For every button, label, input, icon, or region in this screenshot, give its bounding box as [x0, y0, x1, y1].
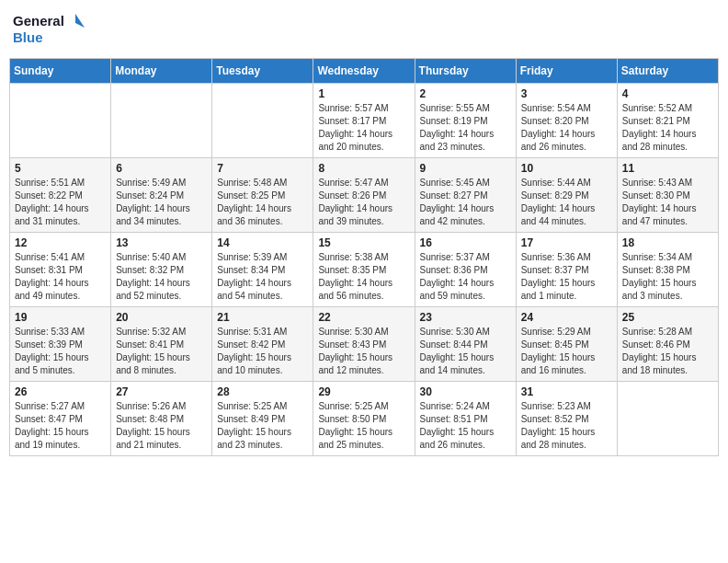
calendar-cell: 12Sunrise: 5:41 AM Sunset: 8:31 PM Dayli… [10, 233, 111, 307]
logo-svg: General Blue [13, 9, 86, 51]
calendar-cell: 30Sunrise: 5:24 AM Sunset: 8:51 PM Dayli… [415, 382, 516, 456]
calendar-cell: 10Sunrise: 5:44 AM Sunset: 8:29 PM Dayli… [516, 158, 617, 233]
calendar-cell: 5Sunrise: 5:51 AM Sunset: 8:22 PM Daylig… [10, 158, 111, 233]
day-number: 6 [116, 162, 207, 175]
weekday-header-friday: Friday [516, 59, 617, 84]
day-info: Sunrise: 5:48 AM Sunset: 8:25 PM Dayligh… [217, 177, 308, 228]
day-number: 19 [15, 311, 106, 324]
day-info: Sunrise: 5:44 AM Sunset: 8:29 PM Dayligh… [521, 177, 612, 228]
day-number: 12 [15, 236, 106, 249]
day-info: Sunrise: 5:36 AM Sunset: 8:37 PM Dayligh… [521, 251, 612, 303]
day-number: 11 [622, 162, 713, 175]
svg-text:Blue: Blue [13, 29, 43, 45]
day-number: 3 [521, 87, 612, 100]
day-number: 1 [318, 87, 409, 100]
day-number: 28 [217, 385, 308, 398]
day-info: Sunrise: 5:33 AM Sunset: 8:39 PM Dayligh… [15, 326, 106, 377]
day-info: Sunrise: 5:24 AM Sunset: 8:51 PM Dayligh… [420, 400, 511, 452]
weekday-header-monday: Monday [111, 59, 212, 84]
calendar-cell: 7Sunrise: 5:48 AM Sunset: 8:25 PM Daylig… [212, 158, 313, 233]
day-info: Sunrise: 5:25 AM Sunset: 8:49 PM Dayligh… [217, 400, 308, 452]
calendar-cell: 24Sunrise: 5:29 AM Sunset: 8:45 PM Dayli… [516, 307, 617, 382]
calendar-week-row: 1Sunrise: 5:57 AM Sunset: 8:17 PM Daylig… [10, 84, 719, 158]
calendar-cell: 9Sunrise: 5:45 AM Sunset: 8:27 PM Daylig… [415, 158, 516, 233]
day-number: 15 [318, 236, 409, 249]
calendar-cell [617, 382, 718, 456]
day-info: Sunrise: 5:23 AM Sunset: 8:52 PM Dayligh… [521, 400, 612, 452]
calendar-cell: 17Sunrise: 5:36 AM Sunset: 8:37 PM Dayli… [516, 233, 617, 307]
day-number: 8 [318, 162, 409, 175]
day-number: 2 [420, 87, 511, 100]
calendar-cell: 6Sunrise: 5:49 AM Sunset: 8:24 PM Daylig… [111, 158, 212, 233]
calendar-week-row: 19Sunrise: 5:33 AM Sunset: 8:39 PM Dayli… [10, 307, 719, 382]
day-info: Sunrise: 5:51 AM Sunset: 8:22 PM Dayligh… [15, 177, 106, 228]
day-number: 29 [318, 385, 409, 398]
calendar-cell: 20Sunrise: 5:32 AM Sunset: 8:41 PM Dayli… [111, 307, 212, 382]
svg-text:General: General [13, 13, 64, 29]
day-info: Sunrise: 5:49 AM Sunset: 8:24 PM Dayligh… [116, 177, 207, 228]
weekday-header-row: SundayMondayTuesdayWednesdayThursdayFrid… [10, 59, 719, 84]
weekday-header-wednesday: Wednesday [313, 59, 415, 84]
calendar-cell: 27Sunrise: 5:26 AM Sunset: 8:48 PM Dayli… [111, 382, 212, 456]
day-info: Sunrise: 5:26 AM Sunset: 8:48 PM Dayligh… [116, 400, 207, 452]
day-info: Sunrise: 5:29 AM Sunset: 8:45 PM Dayligh… [521, 326, 612, 377]
day-info: Sunrise: 5:25 AM Sunset: 8:50 PM Dayligh… [318, 400, 409, 452]
calendar-week-row: 26Sunrise: 5:27 AM Sunset: 8:47 PM Dayli… [10, 382, 719, 456]
weekday-header-tuesday: Tuesday [212, 59, 313, 84]
calendar-cell: 2Sunrise: 5:55 AM Sunset: 8:19 PM Daylig… [415, 84, 516, 158]
day-number: 24 [521, 311, 612, 324]
calendar-cell [111, 84, 212, 158]
calendar-cell: 1Sunrise: 5:57 AM Sunset: 8:17 PM Daylig… [313, 84, 415, 158]
day-number: 16 [420, 236, 511, 249]
day-info: Sunrise: 5:37 AM Sunset: 8:36 PM Dayligh… [420, 251, 511, 303]
day-number: 27 [116, 385, 207, 398]
day-number: 30 [420, 385, 511, 398]
day-number: 14 [217, 236, 308, 249]
day-number: 25 [622, 311, 713, 324]
day-number: 4 [622, 87, 713, 100]
weekday-header-sunday: Sunday [10, 59, 111, 84]
day-number: 23 [420, 311, 511, 324]
calendar-cell: 18Sunrise: 5:34 AM Sunset: 8:38 PM Dayli… [617, 233, 718, 307]
calendar-cell [10, 84, 111, 158]
day-info: Sunrise: 5:30 AM Sunset: 8:44 PM Dayligh… [420, 326, 511, 377]
logo: General Blue [13, 9, 86, 51]
day-number: 7 [217, 162, 308, 175]
day-info: Sunrise: 5:32 AM Sunset: 8:41 PM Dayligh… [116, 326, 207, 377]
day-number: 21 [217, 311, 308, 324]
day-info: Sunrise: 5:30 AM Sunset: 8:43 PM Dayligh… [318, 326, 409, 377]
calendar-cell: 23Sunrise: 5:30 AM Sunset: 8:44 PM Dayli… [415, 307, 516, 382]
calendar-week-row: 5Sunrise: 5:51 AM Sunset: 8:22 PM Daylig… [10, 158, 719, 233]
calendar-cell: 28Sunrise: 5:25 AM Sunset: 8:49 PM Dayli… [212, 382, 313, 456]
calendar-cell: 22Sunrise: 5:30 AM Sunset: 8:43 PM Dayli… [313, 307, 415, 382]
day-info: Sunrise: 5:27 AM Sunset: 8:47 PM Dayligh… [15, 400, 106, 452]
calendar-cell: 26Sunrise: 5:27 AM Sunset: 8:47 PM Dayli… [10, 382, 111, 456]
day-info: Sunrise: 5:54 AM Sunset: 8:20 PM Dayligh… [521, 102, 612, 154]
calendar-cell: 15Sunrise: 5:38 AM Sunset: 8:35 PM Dayli… [313, 233, 415, 307]
day-info: Sunrise: 5:28 AM Sunset: 8:46 PM Dayligh… [622, 326, 713, 377]
day-info: Sunrise: 5:40 AM Sunset: 8:32 PM Dayligh… [116, 251, 207, 303]
day-info: Sunrise: 5:47 AM Sunset: 8:26 PM Dayligh… [318, 177, 409, 228]
calendar-week-row: 12Sunrise: 5:41 AM Sunset: 8:31 PM Dayli… [10, 233, 719, 307]
calendar-cell: 8Sunrise: 5:47 AM Sunset: 8:26 PM Daylig… [313, 158, 415, 233]
calendar-cell: 21Sunrise: 5:31 AM Sunset: 8:42 PM Dayli… [212, 307, 313, 382]
day-number: 22 [318, 311, 409, 324]
day-info: Sunrise: 5:41 AM Sunset: 8:31 PM Dayligh… [15, 251, 106, 303]
calendar-cell: 13Sunrise: 5:40 AM Sunset: 8:32 PM Dayli… [111, 233, 212, 307]
day-info: Sunrise: 5:52 AM Sunset: 8:21 PM Dayligh… [622, 102, 713, 154]
day-info: Sunrise: 5:43 AM Sunset: 8:30 PM Dayligh… [622, 177, 713, 228]
calendar-table: SundayMondayTuesdayWednesdayThursdayFrid… [9, 58, 719, 456]
calendar-cell: 16Sunrise: 5:37 AM Sunset: 8:36 PM Dayli… [415, 233, 516, 307]
svg-marker-2 [75, 14, 85, 28]
calendar-cell: 19Sunrise: 5:33 AM Sunset: 8:39 PM Dayli… [10, 307, 111, 382]
day-info: Sunrise: 5:45 AM Sunset: 8:27 PM Dayligh… [420, 177, 511, 228]
day-info: Sunrise: 5:55 AM Sunset: 8:19 PM Dayligh… [420, 102, 511, 154]
day-info: Sunrise: 5:31 AM Sunset: 8:42 PM Dayligh… [217, 326, 308, 377]
page-header: General Blue [9, 9, 719, 51]
calendar-cell: 3Sunrise: 5:54 AM Sunset: 8:20 PM Daylig… [516, 84, 617, 158]
day-info: Sunrise: 5:34 AM Sunset: 8:38 PM Dayligh… [622, 251, 713, 303]
calendar-cell: 4Sunrise: 5:52 AM Sunset: 8:21 PM Daylig… [617, 84, 718, 158]
day-number: 9 [420, 162, 511, 175]
day-number: 10 [521, 162, 612, 175]
calendar-cell: 25Sunrise: 5:28 AM Sunset: 8:46 PM Dayli… [617, 307, 718, 382]
